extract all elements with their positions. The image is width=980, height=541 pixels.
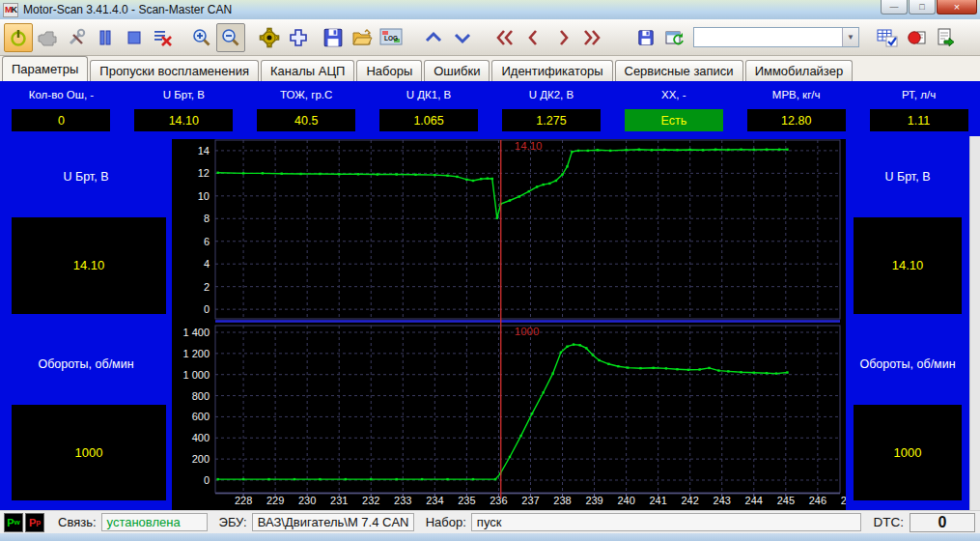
connect-power-button[interactable] [4, 23, 33, 52]
record-dot-icon [906, 27, 927, 48]
svg-text:241: 241 [649, 495, 666, 506]
save-button[interactable] [319, 23, 348, 52]
clear-log-button[interactable] [149, 23, 178, 52]
param-label: U ДК2, В [529, 89, 574, 108]
scroll-up-button[interactable] [419, 23, 448, 52]
minimize-button[interactable]: — [881, 0, 908, 14]
tab-nabory[interactable]: Наборы [356, 60, 422, 81]
param-col-udk1: U ДК1, В1.065 [368, 81, 490, 136]
scroll-down-button[interactable] [448, 23, 477, 52]
settings-tools-button[interactable] [62, 23, 91, 52]
open-button[interactable] [348, 23, 377, 52]
param-col-ubrt: U Брт, В14.10 [123, 81, 245, 136]
chevron-up-icon [423, 27, 444, 48]
export-doc-icon [935, 27, 956, 48]
svg-text:1 200: 1 200 [182, 348, 210, 359]
clear-list-icon [153, 27, 174, 48]
svg-text:237: 237 [521, 495, 539, 506]
plus-icon [288, 27, 309, 48]
svg-text:236: 236 [490, 495, 507, 506]
param-col-mrv: МРВ, кг/ч12.80 [735, 81, 857, 136]
pause-icon [95, 27, 116, 48]
right-channel-panel: U Брт, В 14.10 Обороты, об/мин 1000 [846, 136, 969, 510]
svg-text:600: 600 [192, 411, 210, 422]
export-button[interactable] [931, 23, 960, 52]
dtc-count: 0 [910, 513, 975, 532]
pp-indicator-icon: Pp [25, 513, 44, 532]
channel-cell-rpm: Обороты, об/мин 1000 [0, 324, 172, 511]
save-icon [322, 27, 344, 48]
tab-identifikatory[interactable]: Идентификаторы [491, 60, 612, 81]
zoom-in-button[interactable] [187, 23, 216, 52]
pause-button[interactable] [91, 23, 120, 52]
tab-bar: Параметры Пропуски воспламенения Каналы … [0, 56, 980, 81]
close-button[interactable]: × [937, 0, 977, 14]
maximize-button[interactable]: □ [909, 0, 936, 14]
channel-label: Обороты, об/мин [846, 324, 969, 405]
ecu-label: ЭБУ: [219, 515, 247, 529]
record-selector-input[interactable] [694, 29, 842, 45]
svg-text:1000: 1000 [515, 326, 540, 337]
svg-text:800: 800 [192, 390, 210, 402]
log-icon: LOG [378, 25, 404, 50]
zoom-out-button[interactable] [216, 23, 245, 52]
save-set-button[interactable] [631, 23, 660, 52]
svg-text:12: 12 [198, 167, 210, 179]
refresh-window-button[interactable] [660, 23, 689, 52]
tab-immobilayzer[interactable]: Иммобилайзер [745, 60, 854, 81]
tab-kanaly-acp[interactable]: Каналы АЦП [261, 60, 354, 81]
folder-open-icon [351, 27, 373, 48]
link-status-field: установлена [101, 513, 208, 531]
param-label: МРВ, кг/ч [772, 89, 821, 108]
add-button[interactable] [284, 23, 313, 52]
engine-button[interactable] [33, 23, 62, 52]
param-col-xx: ХХ, -Есть [612, 81, 735, 136]
record-button[interactable] [902, 23, 931, 52]
table-check-icon [877, 27, 898, 48]
double-chevron-left-icon [494, 27, 516, 48]
set-field: пуск [471, 513, 861, 531]
options-gear-button[interactable] [255, 23, 284, 52]
tab-propuski-vosplameneniya[interactable]: Пропуски воспламенения [90, 60, 259, 81]
svg-text:14: 14 [198, 145, 210, 157]
window-refresh-icon [664, 27, 686, 48]
title-bar: MK Motor-Scan 3.41.4.0 - Scan-Master CAN… [0, 0, 980, 19]
svg-text:235: 235 [458, 495, 475, 506]
svg-text:0: 0 [204, 474, 210, 486]
stop-icon [124, 27, 145, 48]
param-col-error-count: Кол-во Ош, -0 [0, 81, 123, 136]
first-record-button[interactable] [490, 23, 519, 52]
next-record-button[interactable] [548, 23, 577, 52]
svg-text:2: 2 [204, 281, 210, 293]
svg-text:233: 233 [394, 495, 411, 506]
window-title: Motor-Scan 3.41.4.0 - Scan-Master CAN [23, 3, 232, 16]
param-value: 1.11 [870, 109, 968, 131]
param-value: 12.80 [747, 109, 846, 131]
last-record-button[interactable] [577, 23, 606, 52]
svg-text:232: 232 [362, 495, 379, 506]
stop-button[interactable] [120, 23, 149, 52]
tab-parametry[interactable]: Параметры [2, 56, 88, 81]
svg-text:244: 244 [745, 495, 763, 506]
dtc-label: DTC: [874, 515, 905, 529]
parameter-header: Кол-во Ош, -0 U Брт, В14.10 ТОЖ, гр.С40.… [0, 81, 980, 136]
left-channel-panel: U Брт, В 14.10 Обороты, об/мин 1000 [0, 136, 172, 510]
channel-label: U Брт, В [0, 136, 172, 217]
table-view-button[interactable] [873, 23, 902, 52]
power-icon [8, 27, 29, 48]
oscilloscope-chart[interactable]: 0246810121414.1002004006008001 0001 2001… [172, 136, 846, 510]
svg-text:234: 234 [426, 495, 443, 506]
tab-servisnye-zapisi[interactable]: Сервисные записи [615, 60, 743, 81]
param-label: РТ, л/ч [902, 89, 936, 108]
channel-cell-voltage: U Брт, В 14.10 [846, 136, 969, 324]
prev-record-button[interactable] [519, 23, 548, 52]
vertical-scrollbar[interactable] [969, 136, 980, 510]
tab-oshibki[interactable]: Ошибки [424, 60, 490, 81]
log-button[interactable]: LOG [377, 23, 406, 52]
app-icon: MK [3, 3, 18, 17]
svg-text:240: 240 [617, 495, 634, 506]
channel-cell-rpm: Обороты, об/мин 1000 [846, 324, 969, 511]
combo-dropdown-arrow[interactable]: ▼ [842, 28, 858, 46]
record-selector-combobox[interactable]: ▼ [693, 27, 859, 47]
chevron-down-icon [452, 27, 473, 48]
